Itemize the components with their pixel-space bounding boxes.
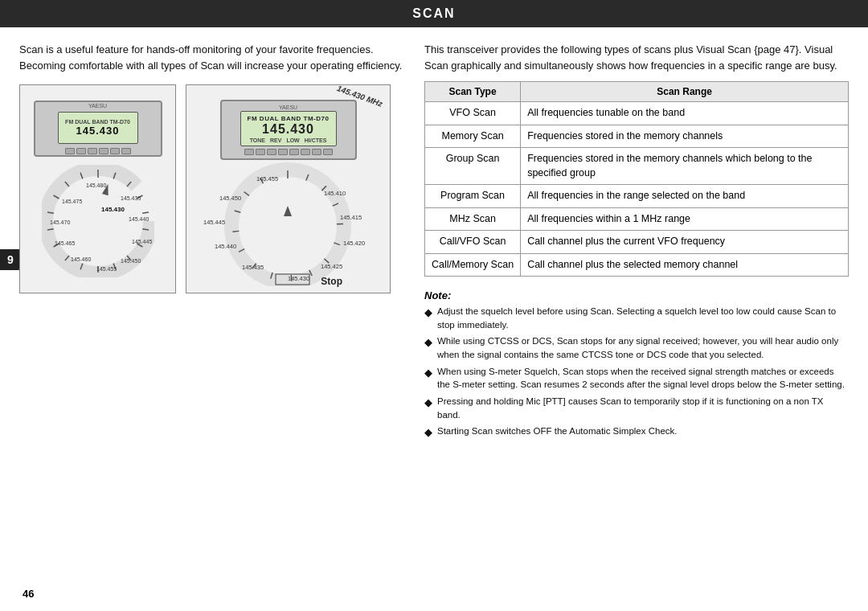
- svg-text:145.440: 145.440: [129, 216, 149, 222]
- note-title: Note:: [424, 289, 849, 301]
- svg-text:145.455: 145.455: [96, 266, 117, 272]
- note-text: Adjust the squelch level before using Sc…: [437, 305, 849, 331]
- page-header: SCAN: [0, 0, 868, 27]
- svg-text:145.465: 145.465: [55, 240, 75, 246]
- svg-text:145.420: 145.420: [343, 240, 365, 247]
- freq-circle-1: 145.480 145.475 145.470 145.465 145.460 …: [42, 165, 154, 277]
- left-intro-text: Scan is a useful feature for hands-off m…: [19, 42, 405, 73]
- svg-text:145.435: 145.435: [242, 264, 264, 271]
- svg-text:145.450: 145.450: [121, 258, 141, 264]
- table-header-type: Scan Type: [425, 82, 521, 102]
- page-number: 46: [23, 588, 34, 600]
- table-cell-type: Group Scan: [425, 148, 521, 185]
- svg-text:145.410: 145.410: [324, 190, 346, 197]
- chapter-badge: 9: [0, 249, 21, 270]
- svg-text:145.470: 145.470: [50, 219, 70, 225]
- table-cell-range: Frequencies stored in the memory channel…: [521, 148, 849, 185]
- note-item: ◆Pressing and holding Mic [PTT] causes S…: [424, 395, 849, 421]
- table-cell-type: VFO Scan: [425, 102, 521, 125]
- note-text: Pressing and holding Mic [PTT] causes Sc…: [437, 395, 849, 421]
- radio-screen-2: FM DUAL BAND TM-D70 145.430 TONEREVLOWHI…: [240, 111, 337, 146]
- table-cell-type: Program Scan: [425, 185, 521, 208]
- svg-marker-59: [284, 206, 292, 216]
- svg-text:145.480: 145.480: [86, 182, 106, 188]
- diagrams-container: YAESU FM DUAL BAND TM-D70 145.430: [19, 84, 405, 293]
- radio-device-2: YAESU FM DUAL BAND TM-D70 145.430 TONERE…: [220, 100, 357, 160]
- table-cell-type: Call/VFO Scan: [425, 231, 521, 254]
- svg-text:145.460: 145.460: [71, 256, 91, 262]
- note-text: While using CTCSS or DCS, Scan stops for…: [437, 334, 849, 361]
- note-bullet: ◆: [424, 425, 432, 441]
- scan-table: Scan Type Scan Range VFO ScanAll frequen…: [424, 81, 849, 277]
- page-title: SCAN: [412, 6, 455, 20]
- svg-text:145.445: 145.445: [132, 239, 152, 244]
- svg-text:145.430: 145.430: [288, 275, 309, 282]
- note-item: ◆Starting Scan switches OFF the Automati…: [424, 424, 849, 441]
- table-cell-range: Call channel plus the selected memory ch…: [521, 253, 849, 277]
- note-text: Starting Scan switches OFF the Automatic…: [437, 424, 677, 441]
- table-cell-type: Memory Scan: [425, 125, 521, 148]
- radio-device-1: YAESU FM DUAL BAND TM-D70 145.430: [34, 100, 162, 157]
- svg-text:145.430: 145.430: [101, 206, 125, 213]
- notes-section: Note: ◆Adjust the squelch level before u…: [424, 289, 849, 444]
- svg-line-44: [232, 231, 239, 232]
- note-item: ◆While using CTCSS or DCS, Scan stops fo…: [424, 334, 849, 361]
- table-cell-range: All frequencies within a 1 MHz range: [521, 207, 849, 231]
- note-bullet: ◆: [424, 396, 432, 421]
- stop-label: Stop: [321, 276, 342, 287]
- svg-text:145.440: 145.440: [215, 243, 236, 250]
- svg-line-5: [142, 212, 149, 213]
- svg-text:145.475: 145.475: [62, 199, 82, 204]
- svg-text:145.415: 145.415: [340, 214, 362, 221]
- diagram-1: YAESU FM DUAL BAND TM-D70 145.430: [19, 84, 176, 293]
- svg-text:145.435: 145.435: [121, 195, 141, 201]
- table-cell-range: Frequencies stored in the memory channel…: [521, 125, 849, 148]
- note-item: ◆Adjust the squelch level before using S…: [424, 305, 849, 331]
- radio-screen-1: FM DUAL BAND TM-D70 145.430: [58, 112, 138, 144]
- svg-text:145.445: 145.445: [203, 219, 225, 226]
- note-bullet: ◆: [424, 335, 432, 361]
- table-header-range: Scan Range: [521, 82, 849, 102]
- right-intro-text: This transceiver provides the following …: [424, 42, 849, 73]
- table-cell-type: Call/Memory Scan: [425, 253, 521, 277]
- svg-text:145.450: 145.450: [219, 195, 241, 202]
- note-bullet: ◆: [424, 366, 432, 392]
- table-cell-range: Call channel plus the current VFO freque…: [521, 231, 849, 254]
- table-cell-range: All frequencies tunable on the band: [521, 102, 849, 125]
- table-cell-range: All frequencies in the range selected on…: [521, 185, 849, 208]
- note-text: When using S-meter Squelch, Scan stops w…: [437, 365, 849, 392]
- note-bullet: ◆: [424, 306, 432, 331]
- diagram-2: 145.430 MHz YAESU FM DUAL BAND TM-D70 14…: [186, 84, 391, 293]
- note-item: ◆When using S-meter Squelch, Scan stops …: [424, 365, 849, 392]
- svg-text:145.425: 145.425: [321, 263, 342, 270]
- table-cell-type: MHz Scan: [425, 207, 521, 231]
- svg-text:145.455: 145.455: [256, 175, 278, 182]
